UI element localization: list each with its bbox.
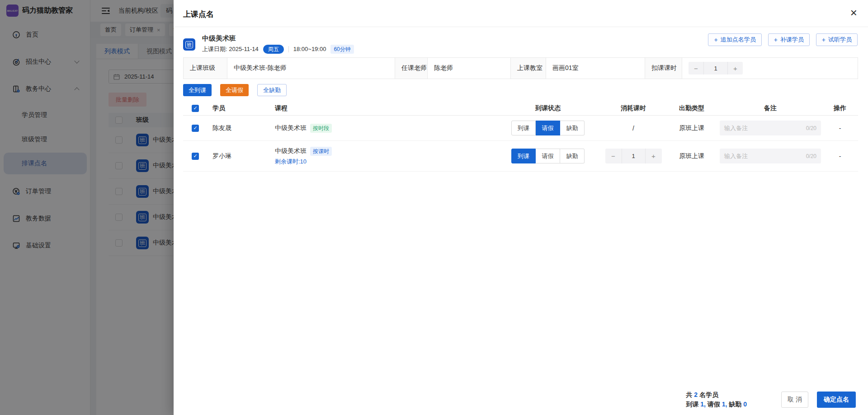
deduct-hours-cell: − 1 + bbox=[682, 58, 858, 79]
roster-header: ✓ 学员 课程 到课状态 消耗课时 出勤类型 备注 操作 bbox=[183, 101, 858, 116]
divider bbox=[288, 46, 289, 52]
add-rollcall-student-button[interactable]: +追加点名学员 bbox=[708, 33, 761, 46]
row-checkbox[interactable]: ✓ bbox=[192, 153, 199, 160]
trial-student-button[interactable]: +试听学员 bbox=[816, 33, 858, 46]
value-room: 画画01室 bbox=[546, 58, 645, 79]
stepper-value[interactable]: 1 bbox=[703, 62, 728, 75]
note-counter: 0/20 bbox=[806, 153, 816, 159]
note-placeholder: 输入备注 bbox=[724, 152, 806, 160]
weekday-pill: 周五 bbox=[263, 45, 284, 54]
plus-button[interactable]: + bbox=[728, 62, 743, 75]
status-attend-button-selected[interactable]: 到课 bbox=[511, 149, 536, 163]
rollcall-drawer: 上课点名 × 班 中级美术班 上课日期: 2025-11-14 周五 18:00… bbox=[174, 0, 868, 415]
absent-count: 0 bbox=[743, 401, 747, 408]
class-meta: 上课日期: 2025-11-14 周五 18:00~19:00 60分钟 bbox=[202, 44, 354, 54]
column-note: 备注 bbox=[719, 104, 822, 112]
column-status: 到课状态 bbox=[494, 104, 602, 112]
note-counter: 0/20 bbox=[806, 125, 816, 131]
consume-hours: / bbox=[602, 125, 665, 132]
class-badge-icon: 班 bbox=[183, 38, 195, 51]
billing-tag: 按课时 bbox=[310, 147, 332, 156]
billing-tag: 按时段 bbox=[310, 124, 332, 133]
select-all-checkbox[interactable]: ✓ bbox=[192, 105, 199, 112]
plus-icon: + bbox=[774, 36, 778, 43]
operation-cell: - bbox=[822, 153, 858, 160]
attend-count: 1, bbox=[700, 401, 706, 408]
status-leave-button-selected[interactable]: 请假 bbox=[536, 121, 560, 135]
note-placeholder: 输入备注 bbox=[724, 124, 806, 132]
duration-badge: 60分钟 bbox=[330, 45, 354, 54]
attend-type: 原班上课 bbox=[665, 124, 719, 132]
roster-row: ✓ 陈友晟 中级美术班 按时段 到课 请假 缺勤 / 原班上课 bbox=[183, 116, 858, 141]
value-teacher: 陈老师 bbox=[428, 58, 511, 79]
status-absent-button[interactable]: 缺勤 bbox=[560, 149, 585, 163]
drawer-footer: 共 2 名学员 到课 1, 请假 1, 缺勤 0 取 消 确定点名 bbox=[686, 390, 856, 409]
column-operation: 操作 bbox=[822, 104, 858, 112]
column-attend-type: 出勤类型 bbox=[665, 104, 719, 112]
row-checkbox[interactable]: ✓ bbox=[192, 125, 199, 132]
label-teacher: 任课老师 bbox=[395, 58, 428, 79]
class-name: 中级美术班 bbox=[202, 34, 236, 43]
close-icon[interactable]: × bbox=[850, 6, 857, 19]
plus-button[interactable]: + bbox=[646, 149, 662, 163]
column-student: 学员 bbox=[212, 104, 275, 112]
note-input[interactable]: 输入备注 0/20 bbox=[720, 149, 821, 163]
drawer-actions: +追加点名学员 +补课学员 +试听学员 bbox=[708, 33, 858, 46]
note-input[interactable]: 输入备注 0/20 bbox=[720, 121, 821, 135]
course-name: 中级美术班 bbox=[275, 124, 307, 132]
label-class: 上课班级 bbox=[184, 58, 227, 79]
cancel-button[interactable]: 取 消 bbox=[781, 392, 808, 408]
student-name: 陈友晟 bbox=[212, 124, 275, 132]
class-info-grid: 上课班级 中级美术班-陈老师 任课老师 陈老师 上课教室 画画01室 扣课课时 … bbox=[183, 57, 858, 79]
all-attend-button[interactable]: 全到课 bbox=[183, 84, 212, 96]
status-segmented-control: 到课 请假 缺勤 bbox=[511, 121, 585, 135]
drawer-title: 上课点名 bbox=[183, 9, 214, 19]
roster-row: ✓ 罗小琳 中级美术班 按课时 剩余课时:10 到课 请假 bbox=[183, 141, 858, 172]
rollcall-summary: 共 2 名学员 到课 1, 请假 1, 缺勤 0 bbox=[686, 390, 747, 409]
stepper-value[interactable]: 1 bbox=[622, 149, 646, 163]
plus-icon: + bbox=[714, 36, 717, 43]
makeup-student-button[interactable]: +补课学员 bbox=[768, 33, 810, 46]
bulk-status-buttons: 全到课 全请假 全缺勤 bbox=[183, 84, 287, 96]
confirm-rollcall-button[interactable]: 确定点名 bbox=[817, 392, 856, 408]
column-course: 课程 bbox=[275, 104, 494, 112]
status-leave-button[interactable]: 请假 bbox=[536, 149, 560, 163]
total-count: 2 bbox=[694, 391, 698, 398]
student-name: 罗小琳 bbox=[212, 152, 275, 160]
minus-button[interactable]: − bbox=[605, 149, 622, 163]
screen: MALICAT 码力猫助教管家 首页 招生中心 教务中心 学员管理 班级管理 排… bbox=[0, 0, 868, 415]
minus-button[interactable]: − bbox=[689, 62, 703, 75]
summary-total: 共 2 名学员 bbox=[686, 390, 747, 400]
status-absent-button[interactable]: 缺勤 bbox=[560, 121, 585, 135]
class-time: 18:00~19:00 bbox=[293, 46, 326, 52]
value-class: 中级美术班-陈老师 bbox=[227, 58, 395, 79]
drawer-header: 上课点名 × bbox=[174, 0, 868, 27]
summary-breakdown: 到课 1, 请假 1, 缺勤 0 bbox=[686, 400, 747, 409]
label-room: 上课教室 bbox=[511, 58, 546, 79]
class-date: 上课日期: 2025-11-14 bbox=[202, 45, 259, 53]
all-leave-button[interactable]: 全请假 bbox=[220, 84, 249, 96]
label-deduct-hours: 扣课课时 bbox=[645, 58, 682, 79]
consume-hours-stepper: − 1 + bbox=[605, 149, 662, 163]
attend-type: 原班上课 bbox=[665, 152, 719, 160]
column-consume: 消耗课时 bbox=[602, 104, 665, 112]
all-absent-button[interactable]: 全缺勤 bbox=[257, 84, 287, 96]
status-attend-button[interactable]: 到课 bbox=[511, 121, 536, 135]
roster-table: ✓ 学员 课程 到课状态 消耗课时 出勤类型 备注 操作 ✓ 陈友晟 中级美术班… bbox=[183, 101, 858, 172]
deduct-hours-stepper: − 1 + bbox=[689, 62, 743, 75]
remaining-hours: 剩余课时:10 bbox=[275, 158, 332, 166]
leave-count: 1, bbox=[722, 401, 727, 408]
operation-cell: - bbox=[822, 125, 858, 132]
course-name: 中级美术班 bbox=[275, 147, 307, 155]
plus-icon: + bbox=[822, 36, 826, 43]
status-segmented-control: 到课 请假 缺勤 bbox=[511, 149, 585, 163]
